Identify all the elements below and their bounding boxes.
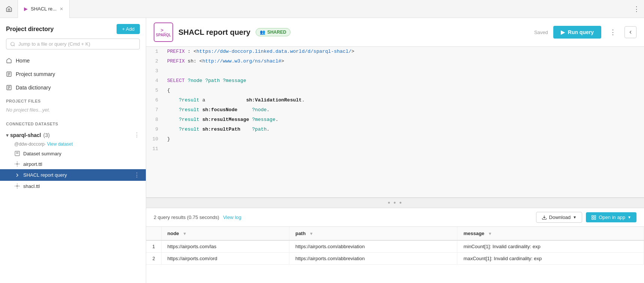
sidebar-item-data-dictionary[interactable]: Data dictionary [0,81,146,94]
svg-rect-16 [594,215,596,217]
data-dictionary-icon [6,85,12,91]
search-bar[interactable]: Jump to a file or query (Cmd + K) [6,39,140,49]
table-row: 1 https://airports.com/las https://airpo… [146,240,644,253]
line-content-11 [164,144,173,154]
line-num-8: 8 [146,115,164,125]
line-content-10: } [164,134,173,144]
sidebar-item-home[interactable]: Home [0,54,146,67]
query-more-button[interactable]: ⋮ [607,28,619,36]
content-area: >_ SPARQL SHACL report query 👥 SHARED Sa… [146,18,644,283]
svg-point-14 [16,185,18,187]
collapse-panel-button[interactable] [625,26,637,38]
row2-node: https://airports.com/ord [161,253,289,265]
row-num-1: 1 [146,240,161,253]
results-header: 2 query results (0.75 seconds) View log … [146,208,644,227]
shacl-report-more-button[interactable]: ⋮ [134,171,140,179]
open-app-button[interactable]: Open in app ▼ [586,212,637,222]
svg-point-13 [16,163,18,165]
code-line-1: 1 PREFIX : <https://ddw-doccorp.linked.d… [146,47,644,57]
sort-path-icon: ▼ [309,231,313,236]
row1-node: https://airports.com/las [161,240,289,253]
shared-icon: 👥 [260,30,265,35]
sidebar-title: Project directory [6,26,54,33]
line-content-5: { [164,86,173,95]
download-chevron: ▼ [573,215,577,219]
sparql-logo: >_ SPARQL [154,22,173,42]
run-label: Run query [568,29,594,35]
row-num-2: 2 [146,253,161,265]
dataset-label: sparql-shacl (3) [10,132,50,138]
resize-handle[interactable]: • • • [146,198,644,208]
line-num-1: 1 [146,47,164,57]
results-table: node ▼ path ▼ message ▼ [146,227,644,265]
line-num-9: 9 [146,125,164,134]
add-button[interactable]: + Add [117,24,140,34]
sidebar-item-airport-ttl[interactable]: airport.ttl [0,159,146,169]
svg-line-1 [14,45,15,46]
col-header-path[interactable]: path ▼ [289,227,457,240]
line-num-10: 10 [146,134,164,144]
shacl-ttl-icon [14,183,20,189]
sort-node-icon: ▼ [183,231,187,236]
home-icon [6,58,12,64]
results-info: 2 query results (0.75 seconds) [154,214,219,220]
shacl-query-tab[interactable]: ▶ SHACL re... ✕ [18,0,70,18]
table-row: 2 https://airports.com/ord https://airpo… [146,253,644,265]
dataset-item[interactable]: ▾ sparql-shacl (3) ⋮ [0,128,146,142]
line-num-4: 4 [146,76,164,86]
view-dataset-link[interactable]: View dataset [47,142,73,147]
sidebar-item-dataset-summary[interactable]: Dataset summary [0,148,146,159]
row2-path: https://airports.com/abbreviation [289,253,457,265]
line-num-6: 6 [146,95,164,105]
tab-more-button[interactable]: ⋮ [629,5,644,13]
query-title: SHACL report query [178,28,250,37]
tab-label: SHACL re... [31,6,57,12]
sidebar-project-summary-label: Project summary [16,71,55,77]
line-content-9: ?result sh:resultPath ?path. [164,125,273,134]
code-line-10: 10 } [146,134,644,144]
project-summary-icon [6,71,12,77]
svg-rect-18 [592,218,593,219]
dataset-more-button[interactable]: ⋮ [134,131,140,139]
sort-message-icon: ▼ [488,231,492,236]
dataset-name: sparql-shacl [10,132,41,138]
tab-bar: ▶ SHACL re... ✕ ⋮ [0,0,644,18]
col-header-node[interactable]: node ▼ [161,227,289,240]
code-line-4: 4 SELECT ?node ?path ?message [146,76,644,86]
search-icon [10,42,15,47]
sidebar-item-shacl-ttl[interactable]: shacl.ttl [0,181,146,191]
home-tab-button[interactable] [0,0,18,18]
sidebar-item-shacl-report-query[interactable]: SHACL report query ⋮ [0,169,146,181]
code-line-8: 8 ?result sh:resultMessage ?message. [146,115,644,125]
download-icon [542,215,547,220]
line-content-3 [164,66,173,76]
code-line-9: 9 ?result sh:resultPath ?path. [146,125,644,134]
shacl-report-label: SHACL report query [23,172,67,178]
sidebar-item-project-summary[interactable]: Project summary [0,67,146,81]
code-editor[interactable]: 1 PREFIX : <https://ddw-doccorp.linked.d… [146,47,644,198]
run-query-button[interactable]: ▶ Run query [553,26,601,39]
tab-close-button[interactable]: ✕ [60,6,63,12]
line-content-7: ?result sh:focusNode ?node. [164,105,273,115]
view-log-link[interactable]: View log [223,214,241,220]
main-layout: Project directory + Add Jump to a file o… [0,18,644,283]
open-app-label: Open in app [599,214,625,220]
project-files-header: PROJECT FILES [0,94,146,106]
results-table-wrapper[interactable]: node ▼ path ▼ message ▼ [146,227,644,283]
dataset-summary-label: Dataset summary [23,151,61,156]
query-header: >_ SPARQL SHACL report query 👥 SHARED Sa… [146,18,644,47]
line-content-2: PREFIX sh: <http://www.w3.org/ns/shacl#> [164,57,287,66]
download-button[interactable]: Download ▼ [536,212,583,223]
project-files-empty: No project files...yet. [0,106,146,117]
shacl-report-icon [14,172,20,178]
connected-datasets-header: CONNECTED DATASETS [0,117,146,128]
sparql-logo-bottom: SPARQL [156,33,171,37]
download-label: Download [549,214,571,220]
line-num-3: 3 [146,66,164,76]
svg-rect-17 [594,218,596,219]
code-line-3: 3 [146,66,644,76]
col-header-message[interactable]: message ▼ [457,227,644,240]
code-line-6: 6 ?result a sh:ValidationResult. [146,95,644,105]
svg-rect-15 [592,215,593,217]
code-line-2: 2 PREFIX sh: <http://www.w3.org/ns/shacl… [146,57,644,66]
